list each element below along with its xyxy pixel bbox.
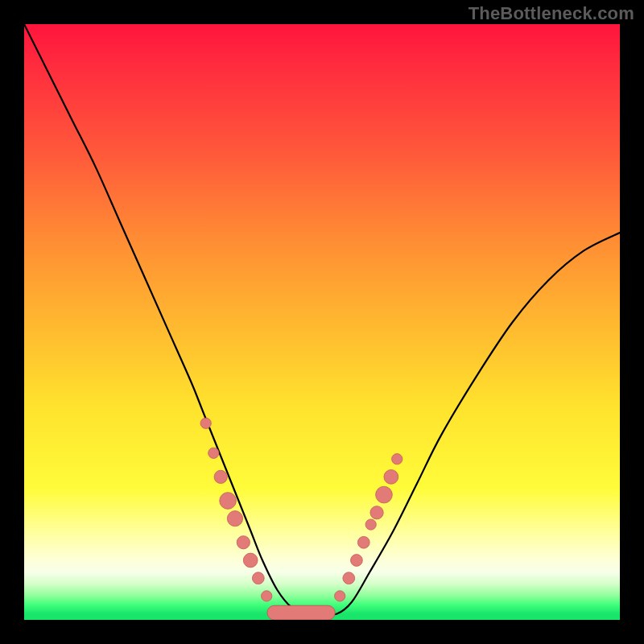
curve-marker-right [392,454,402,464]
curve-marker-right [365,519,376,530]
curve-marker-left [227,511,242,526]
chart-frame: TheBottleneck.com [0,0,644,644]
curve-marker-right [357,536,369,548]
valley-lozenge-marker [267,605,335,620]
curve-marker-left [214,470,227,483]
attribution-text: TheBottleneck.com [469,3,634,24]
curve-marker-right [335,591,345,601]
plot-area [24,24,620,620]
curve-marker-left [262,591,272,601]
curve-marker-left [243,553,258,568]
curve-marker-left [220,493,237,510]
bottleneck-curve [24,24,620,615]
bottleneck-plot-svg [24,24,620,620]
curve-marker-left [200,418,211,428]
curve-marker-right [351,555,363,567]
curve-marker-right [384,470,398,485]
curve-marker-right [343,572,355,584]
curve-marker-right [370,506,383,519]
curve-marker-left [237,536,250,549]
curve-marker-left [252,572,264,584]
curve-marker-right [376,486,393,503]
curve-marker-left [208,448,219,458]
